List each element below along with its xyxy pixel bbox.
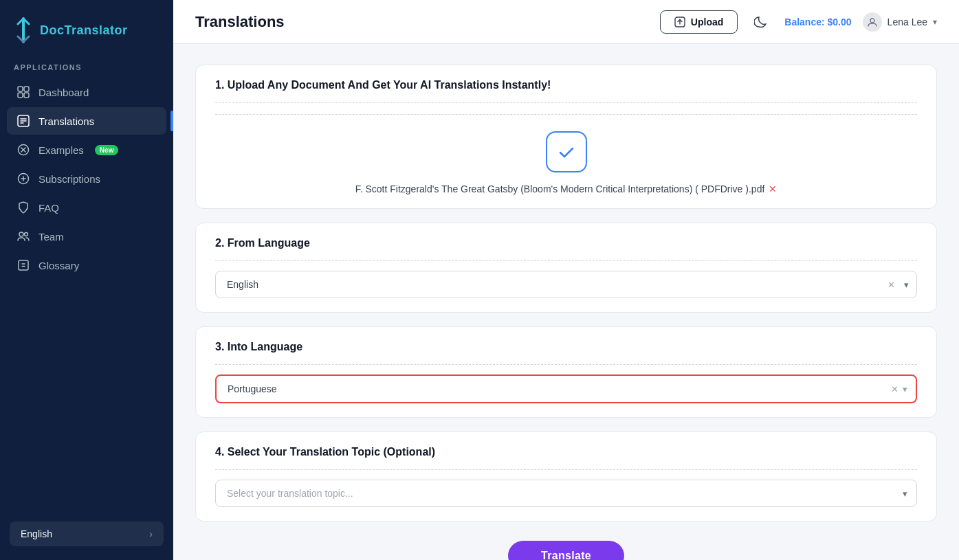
- language-label: English: [21, 528, 52, 539]
- sidebar-item-label: Examples: [38, 144, 84, 156]
- new-badge: New: [95, 145, 119, 155]
- into-language-clear[interactable]: ✕: [891, 384, 899, 394]
- sidebar-logo: DocTranslator: [0, 0, 173, 58]
- moon-icon: [754, 15, 768, 29]
- step2-header: 2. From Language: [196, 223, 936, 260]
- file-name-display: F. Scott Fitzgerald's The Great Gatsby (…: [355, 183, 778, 194]
- file-check-icon: [546, 131, 587, 172]
- user-menu-arrow: ▾: [933, 17, 937, 27]
- user-name: Lena Lee: [888, 16, 927, 27]
- sidebar-item-label: Glossary: [38, 260, 79, 271]
- into-language-box[interactable]: ✕ ▾: [215, 374, 917, 403]
- svg-point-15: [870, 19, 874, 23]
- from-language-select[interactable]: English Spanish French Portuguese: [215, 271, 917, 298]
- step2-title: 2. From Language: [215, 237, 917, 249]
- translate-button[interactable]: Translate: [508, 541, 624, 560]
- into-language-arrow-icon: ▾: [903, 384, 907, 394]
- page-title: Translations: [195, 13, 649, 31]
- step4-card: 4. Select Your Translation Topic (Option…: [195, 432, 937, 522]
- from-language-wrapper: English Spanish French Portuguese ✕ ▾: [215, 271, 917, 298]
- language-switcher[interactable]: English ›: [10, 522, 164, 546]
- step3-header: 3. Into Language: [196, 327, 936, 364]
- sidebar-item-subscriptions[interactable]: Subscriptions: [7, 165, 166, 192]
- step4-header: 4. Select Your Translation Topic (Option…: [196, 432, 936, 469]
- step3-title: 3. Into Language: [215, 341, 917, 353]
- language-switcher-arrow: ›: [149, 528, 153, 539]
- step3-body: ✕ ▾: [196, 374, 936, 417]
- step1-card: 1. Upload Any Document And Get Your AI T…: [195, 65, 937, 209]
- sidebar-item-label: FAQ: [38, 202, 59, 214]
- svg-rect-1: [24, 87, 29, 91]
- translations-icon: [16, 114, 30, 128]
- user-avatar: [863, 12, 882, 32]
- step4-body: Select your translation topic... ▾: [196, 480, 936, 521]
- logo-icon: [14, 15, 33, 45]
- topic-select-wrapper: Select your translation topic... ▾: [215, 480, 917, 507]
- sidebar-item-examples[interactable]: Examples New: [7, 136, 166, 164]
- topbar: Translations Upload Balance: $0.00 Lena …: [173, 0, 959, 44]
- svg-rect-2: [18, 93, 23, 98]
- into-language-input[interactable]: [217, 376, 891, 402]
- svg-rect-0: [18, 87, 23, 91]
- topic-arrow-icon: ▾: [903, 489, 907, 499]
- sidebar-bottom: English ›: [0, 511, 173, 560]
- upload-drop-area[interactable]: F. Scott Fitzgerald's The Great Gatsby (…: [215, 114, 917, 194]
- sidebar-item-translations[interactable]: Translations: [7, 107, 166, 135]
- file-remove-button[interactable]: ✕: [769, 183, 777, 194]
- step1-header: 1. Upload Any Document And Get Your AI T…: [196, 65, 936, 102]
- step2-body: English Spanish French Portuguese ✕ ▾: [196, 271, 936, 312]
- sidebar-item-glossary[interactable]: Glossary: [7, 251, 166, 279]
- step4-title: 4. Select Your Translation Topic (Option…: [215, 446, 917, 458]
- into-language-controls: ✕ ▾: [891, 384, 916, 394]
- team-icon: [16, 229, 30, 243]
- topic-select[interactable]: Select your translation topic...: [215, 480, 917, 507]
- step3-card: 3. Into Language ✕ ▾: [195, 326, 937, 418]
- svg-point-12: [19, 232, 23, 236]
- sidebar-section-label: APPLICATIONS: [0, 58, 173, 78]
- dashboard-icon: [16, 85, 30, 99]
- glossary-icon: [16, 258, 30, 272]
- upload-button[interactable]: Upload: [660, 10, 738, 34]
- user-menu[interactable]: Lena Lee ▾: [863, 12, 937, 32]
- svg-point-13: [25, 233, 28, 236]
- app-name: DocTranslator: [40, 23, 128, 38]
- dark-mode-button[interactable]: [749, 10, 773, 34]
- step1-title: 1. Upload Any Document And Get Your AI T…: [215, 79, 917, 91]
- balance-display: Balance: $0.00: [784, 16, 851, 27]
- sidebar-nav: Dashboard Translations: [0, 78, 173, 279]
- svg-rect-3: [24, 93, 29, 98]
- content-area: 1. Upload Any Document And Get Your AI T…: [173, 44, 959, 560]
- topic-placeholder: Select your translation topic...: [227, 488, 353, 499]
- sidebar-item-team[interactable]: Team: [7, 223, 166, 250]
- examples-icon: [16, 143, 30, 157]
- from-language-clear[interactable]: ✕: [888, 280, 895, 290]
- subscriptions-icon: [16, 172, 30, 186]
- sidebar-item-faq[interactable]: FAQ: [7, 194, 166, 221]
- step2-card: 2. From Language English Spanish French …: [195, 223, 937, 313]
- sidebar: DocTranslator APPLICATIONS Dashboard: [0, 0, 173, 560]
- main-area: Translations Upload Balance: $0.00 Lena …: [173, 0, 959, 560]
- faq-icon: [16, 201, 30, 214]
- upload-icon: [674, 16, 685, 27]
- sidebar-item-label: Dashboard: [38, 87, 89, 98]
- sidebar-item-dashboard[interactable]: Dashboard: [7, 78, 166, 106]
- sidebar-item-label: Team: [38, 231, 64, 243]
- translate-button-wrapper: Translate: [195, 541, 937, 560]
- sidebar-item-label: Subscriptions: [38, 173, 100, 185]
- sidebar-item-label: Translations: [38, 115, 94, 127]
- step1-body: F. Scott Fitzgerald's The Great Gatsby (…: [196, 114, 936, 208]
